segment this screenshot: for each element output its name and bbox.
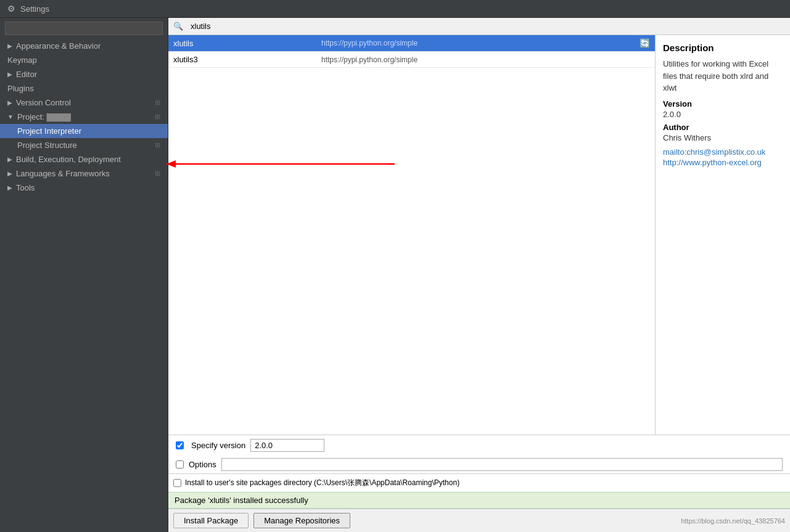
settings-window: ⚙ Settings ▶ Appearance & Behavior Keyma… <box>0 0 790 532</box>
package-name-xlutils3: xlutils3 <box>173 55 321 64</box>
links-section: mailto:chris@simplistix.co.uk http://www… <box>663 147 783 167</box>
expand-icon-project: ▼ <box>7 113 14 120</box>
bottom-section: Install to user's site packages director… <box>168 473 790 532</box>
main-content: ▶ Appearance & Behavior Keymap ▶ Editor … <box>0 18 790 532</box>
expand-icon-lang: ▶ <box>7 170 12 177</box>
specify-version-label: Specify version <box>191 441 245 450</box>
sidebar-item-project-interpreter[interactable]: Project Interpreter <box>0 124 168 138</box>
success-message: Package 'xlutils' installed successfully <box>175 496 308 505</box>
ps-icon: ⊞ <box>155 141 160 149</box>
options-input[interactable] <box>221 458 783 471</box>
search-icon: 🔍 <box>173 22 183 31</box>
sidebar-search-box <box>0 18 168 39</box>
sidebar-label-vc: Version Control <box>16 98 71 107</box>
sidebar-label-project-structure: Project Structure <box>17 141 77 150</box>
version-value: 2.0.0 <box>663 110 783 119</box>
right-panel: 🔍 xlutils https://pypi.python.org/simple… <box>168 18 790 532</box>
bottom-url: https://blog.csdn.net/qq_43825764 <box>681 517 785 525</box>
sidebar-item-tools[interactable]: ▶ Tools <box>0 181 168 195</box>
sidebar-search-input[interactable] <box>5 22 163 35</box>
package-row-xlutils[interactable]: xlutils https://pypi.python.org/simple 🔄 <box>168 35 655 52</box>
sidebar-label-build: Build, Execution, Deployment <box>16 155 121 164</box>
version-label: Version <box>663 99 783 108</box>
sidebar-label-tools: Tools <box>16 183 35 192</box>
expand-icon: ▶ <box>7 43 12 49</box>
specify-version-checkbox[interactable] <box>176 441 184 449</box>
sidebar-item-languages[interactable]: ▶ Languages & Frameworks ⊞ <box>0 166 168 181</box>
options-label: Options <box>189 460 216 469</box>
package-search-bar: 🔍 <box>168 18 790 35</box>
sidebar-label-keymap: Keymap <box>7 55 37 65</box>
sidebar-label-project-interpreter: Project Interpreter <box>17 126 81 136</box>
sidebar-label-appearance: Appearance & Behavior <box>16 41 101 51</box>
window-title: Settings <box>20 4 49 14</box>
package-row-xlutils3[interactable]: xlutils3 https://pypi.python.org/simple <box>168 52 655 68</box>
mailto-link[interactable]: mailto:chris@simplistix.co.uk <box>663 147 783 157</box>
install-package-button[interactable]: Install Package <box>173 513 249 528</box>
sidebar-item-keymap[interactable]: Keymap <box>0 53 168 67</box>
sidebar: ▶ Appearance & Behavior Keymap ▶ Editor … <box>0 18 168 532</box>
package-url-xlutils3: https://pypi.python.org/simple <box>321 55 650 64</box>
author-value: Chris Withers <box>663 133 783 142</box>
install-checkbox-row: Install to user's site packages director… <box>168 474 790 492</box>
settings-icon: ⚙ <box>7 4 15 14</box>
sidebar-label-editor: Editor <box>16 70 37 79</box>
expand-icon-editor: ▶ <box>7 71 12 78</box>
options-checkbox[interactable] <box>176 460 184 469</box>
sidebar-item-build[interactable]: ▶ Build, Execution, Deployment <box>0 152 168 166</box>
expand-icon-tools: ▶ <box>7 184 12 191</box>
manage-repositories-button[interactable]: Manage Repositories <box>253 513 350 528</box>
lang-icon: ⊞ <box>155 170 160 178</box>
package-name-xlutils: xlutils <box>173 39 321 48</box>
author-label: Author <box>663 123 783 132</box>
action-buttons: Install Package Manage Repositories http… <box>168 509 790 532</box>
sidebar-item-plugins[interactable]: Plugins <box>0 81 168 96</box>
reload-icon-xlutils[interactable]: 🔄 <box>640 38 650 48</box>
package-content: xlutils https://pypi.python.org/simple 🔄… <box>168 35 790 435</box>
description-panel: Description Utilities for working with E… <box>656 35 790 435</box>
sidebar-item-project-structure[interactable]: Project Structure ⊞ <box>0 138 168 152</box>
success-bar: Package 'xlutils' installed successfully <box>168 492 790 509</box>
sidebar-label-plugins: Plugins <box>7 84 34 93</box>
sidebar-item-editor[interactable]: ▶ Editor <box>0 67 168 81</box>
sidebar-label-languages: Languages & Frameworks <box>16 169 110 178</box>
sidebar-item-project[interactable]: ▼ Project: █████ ⊞ <box>0 110 168 124</box>
title-bar: ⚙ Settings <box>0 0 790 18</box>
options-row: Options <box>168 456 790 473</box>
package-url-xlutils: https://pypi.python.org/simple <box>321 39 637 47</box>
version-row: Specify version <box>168 435 790 456</box>
version-input[interactable] <box>250 439 324 452</box>
install-user-site-label: Install to user's site packages director… <box>185 478 459 488</box>
expand-icon-build: ▶ <box>7 156 12 163</box>
sidebar-item-appearance[interactable]: ▶ Appearance & Behavior <box>0 39 168 53</box>
project-icon: ⊞ <box>155 113 160 121</box>
description-text: Utilities for working with Excel files t… <box>663 58 783 94</box>
description-title: Description <box>663 43 783 53</box>
website-link[interactable]: http://www.python-excel.org <box>663 158 783 167</box>
package-list: xlutils https://pypi.python.org/simple 🔄… <box>168 35 656 435</box>
sidebar-item-version-control[interactable]: ▶ Version Control ⊞ <box>0 96 168 110</box>
install-user-site-checkbox[interactable] <box>173 479 181 487</box>
vc-icon: ⊞ <box>155 99 160 107</box>
expand-icon-vc: ▶ <box>7 99 12 106</box>
sidebar-label-project: Project: █████ <box>17 112 71 121</box>
package-search-input[interactable] <box>187 20 785 32</box>
